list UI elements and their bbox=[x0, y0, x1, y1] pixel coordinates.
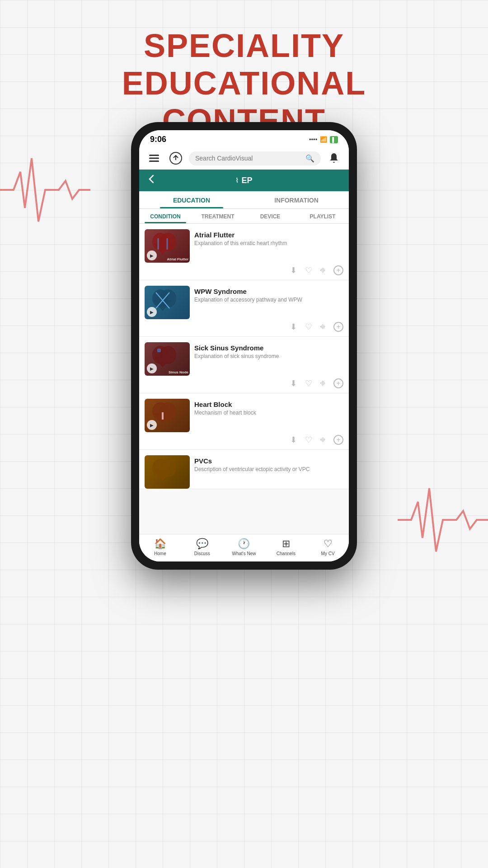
svg-rect-1 bbox=[149, 158, 159, 159]
thumb-label-1: Atrial Flutter bbox=[167, 257, 188, 261]
download-icon-3[interactable]: ⬇ bbox=[290, 378, 297, 388]
nav-title: ⌇ EP bbox=[164, 176, 324, 185]
list-item: ▶ WPW Syndrome Explanation of accessory … bbox=[139, 280, 349, 337]
nav-discuss-label: Discuss bbox=[194, 551, 210, 556]
my-cv-icon: ♡ bbox=[324, 538, 333, 550]
nav-my-cv[interactable]: ♡ My CV bbox=[307, 538, 349, 556]
tab-bar-top: EDUCATION INFORMATION bbox=[139, 191, 349, 209]
upload-button[interactable] bbox=[167, 150, 184, 167]
tab-information[interactable]: INFORMATION bbox=[244, 191, 349, 208]
search-box[interactable]: 🔍 bbox=[189, 151, 321, 165]
play-button-2[interactable]: ▶ bbox=[147, 307, 157, 317]
content-list: ▶ Atrial Flutter Atrial Flutter Explanat… bbox=[139, 224, 349, 534]
thumbnail-heart-block[interactable]: ▶ bbox=[145, 399, 190, 432]
share-icon-3[interactable]: ⎆ bbox=[320, 378, 325, 388]
tab-treatment[interactable]: TREATMENT bbox=[192, 209, 244, 223]
svg-rect-2 bbox=[149, 160, 159, 162]
menu-button[interactable] bbox=[145, 150, 163, 167]
channels-icon: ⊞ bbox=[282, 538, 290, 550]
list-item: ▶ Heart Block Mechanism of heart block ⬇… bbox=[139, 393, 349, 450]
nav-home[interactable]: 🏠 Home bbox=[139, 538, 181, 556]
phone-screen: 9:06 •••• 📶 ▌ 🔍 bbox=[139, 130, 349, 561]
thumbnail-wpw[interactable]: ▶ bbox=[145, 286, 190, 319]
nav-whats-new[interactable]: 🕐 What's New bbox=[223, 538, 265, 556]
wifi-icon: 📶 bbox=[320, 136, 327, 143]
add-icon-1[interactable]: + bbox=[333, 265, 343, 275]
share-icon-2[interactable]: ⎆ bbox=[320, 322, 325, 332]
heart-icon-1[interactable]: ♡ bbox=[305, 265, 312, 275]
nav-channels[interactable]: ⊞ Channels bbox=[265, 538, 307, 556]
heart-icon-3[interactable]: ♡ bbox=[305, 378, 312, 388]
download-icon-1[interactable]: ⬇ bbox=[290, 265, 297, 275]
tab-playlist[interactable]: PLAYLIST bbox=[296, 209, 349, 223]
ecg-line-left bbox=[0, 145, 90, 235]
ecg-line-right bbox=[398, 475, 488, 565]
item-desc-2: Explanation of accessory pathway and WPW bbox=[194, 297, 339, 304]
play-button-4[interactable]: ▶ bbox=[147, 420, 157, 430]
add-icon-2[interactable]: + bbox=[333, 322, 343, 332]
item-title-4: Heart Block bbox=[194, 401, 339, 408]
heart-icon-2[interactable]: ♡ bbox=[305, 322, 312, 332]
item-desc-5: Description of ventricular ectopic activ… bbox=[194, 466, 339, 473]
item-desc-1: Explanation of this erratic heart rhythm bbox=[194, 240, 339, 247]
play-button-1[interactable]: ▶ bbox=[147, 250, 157, 260]
item-desc-4: Mechanism of heart block bbox=[194, 410, 339, 417]
item-title-3: Sick Sinus Syndrome bbox=[194, 344, 339, 352]
nav-channels-label: Channels bbox=[277, 551, 296, 556]
list-item: ▶ Sinus Node Sick Sinus Syndrome Explana… bbox=[139, 337, 349, 393]
signal-icon: •••• bbox=[309, 136, 317, 143]
tab-bar-sub: CONDITION TREATMENT DEVICE PLAYLIST bbox=[139, 209, 349, 224]
list-item: ▶ Atrial Flutter Atrial Flutter Explanat… bbox=[139, 224, 349, 280]
item-title-5: PVCs bbox=[194, 457, 339, 465]
phone-shell: 9:06 •••• 📶 ▌ 🔍 bbox=[131, 122, 357, 570]
discuss-icon: 💬 bbox=[196, 538, 208, 550]
tab-education[interactable]: EDUCATION bbox=[139, 191, 244, 208]
status-bar: 9:06 •••• 📶 ▌ bbox=[139, 130, 349, 147]
heart-icon-4[interactable]: ♡ bbox=[305, 435, 312, 445]
list-item: PVCs Description of ventricular ectopic … bbox=[139, 450, 349, 489]
nav-my-cv-label: My CV bbox=[321, 551, 335, 556]
home-icon: 🏠 bbox=[154, 538, 166, 550]
nav-home-label: Home bbox=[154, 551, 166, 556]
whats-new-icon: 🕐 bbox=[238, 538, 250, 550]
thumb-label-3: Sinus Node bbox=[169, 370, 188, 374]
nav-discuss[interactable]: 💬 Discuss bbox=[181, 538, 223, 556]
toolbar: 🔍 bbox=[139, 147, 349, 170]
search-input[interactable] bbox=[195, 155, 302, 162]
back-button[interactable] bbox=[146, 174, 157, 187]
pulse-icon: ⌇ bbox=[235, 177, 239, 184]
battery-icon: ▌ bbox=[330, 136, 338, 143]
add-icon-4[interactable]: + bbox=[333, 435, 343, 445]
status-icons: •••• 📶 ▌ bbox=[309, 136, 338, 143]
tab-condition[interactable]: CONDITION bbox=[139, 209, 192, 223]
download-icon-4[interactable]: ⬇ bbox=[290, 435, 297, 445]
notification-button[interactable] bbox=[325, 150, 343, 167]
nav-whats-new-label: What's New bbox=[232, 551, 256, 556]
status-time: 9:06 bbox=[150, 135, 166, 144]
share-icon-4[interactable]: ⎆ bbox=[320, 435, 325, 445]
item-title-2: WPW Syndrome bbox=[194, 288, 339, 295]
download-icon-2[interactable]: ⬇ bbox=[290, 322, 297, 332]
nav-bar: ⌇ EP bbox=[139, 170, 349, 191]
bottom-nav: 🏠 Home 💬 Discuss 🕐 What's New ⊞ Channels… bbox=[139, 534, 349, 561]
thumbnail-sick-sinus[interactable]: ▶ Sinus Node bbox=[145, 342, 190, 376]
play-button-3[interactable]: ▶ bbox=[147, 363, 157, 373]
tab-device[interactable]: DEVICE bbox=[244, 209, 296, 223]
item-desc-3: Explanation of sick sinus syndrome bbox=[194, 353, 339, 360]
thumbnail-pvcs[interactable] bbox=[145, 455, 190, 489]
thumbnail-atrial-flutter[interactable]: ▶ Atrial Flutter bbox=[145, 229, 190, 263]
add-icon-3[interactable]: + bbox=[333, 378, 343, 388]
share-icon-1[interactable]: ⎆ bbox=[320, 265, 325, 275]
svg-rect-17 bbox=[157, 349, 161, 352]
svg-rect-0 bbox=[149, 155, 159, 156]
search-icon: 🔍 bbox=[305, 154, 314, 163]
item-title-1: Atrial Flutter bbox=[194, 231, 339, 239]
